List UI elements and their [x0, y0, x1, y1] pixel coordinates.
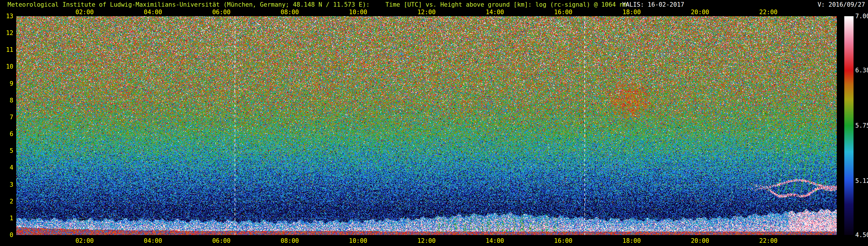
height-tick-label: 11 [2, 46, 13, 53]
time-tick-label: 04:00 [144, 9, 162, 16]
time-tick-label: 08:00 [281, 237, 299, 244]
colorbar [844, 16, 854, 235]
time-tick-label: 04:00 [144, 237, 162, 244]
time-tick-label: 02:00 [75, 237, 94, 244]
time-tick-label: 14:00 [486, 9, 504, 16]
time-tick-label: 10:00 [349, 237, 367, 244]
time-tick-label: 20:00 [691, 237, 709, 244]
colorbar-tick-label: 5.12 [855, 177, 868, 184]
lidar-heatmap-canvas [16, 16, 837, 235]
lidar-quicklook-page: { "header": { "institute": "Meteorologic… [0, 0, 868, 246]
time-tick-label: 10:00 [349, 9, 367, 16]
time-tick-label: 14:00 [486, 237, 504, 244]
colorbar-tick-label: 5.75 [855, 122, 868, 129]
height-tick-label: 0 [2, 232, 13, 239]
colorbar-tick-label: 7.00 [855, 13, 868, 20]
time-tick-label: 16:00 [554, 237, 572, 244]
time-tick-label: 02:00 [75, 9, 94, 16]
instrument-date-label: YALIS: 16-02-2017 [622, 1, 684, 8]
height-tick-label: 1 [2, 215, 13, 222]
height-tick-label: 6 [2, 130, 13, 137]
time-tick-label: 18:00 [622, 9, 641, 16]
time-tick-label: 08:00 [281, 9, 299, 16]
time-tick-label: 20:00 [691, 9, 709, 16]
height-tick-label: 12 [2, 30, 13, 36]
height-tick-label: 10 [2, 63, 13, 70]
colorbar-tick-label: 4.50 [855, 232, 868, 239]
plot-title: Time [UTC] vs. Height above ground [km]:… [385, 1, 627, 8]
height-tick-label: 9 [2, 80, 13, 87]
time-tick-label: 16:00 [554, 9, 572, 16]
height-tick-label: 3 [2, 181, 13, 188]
height-tick-label: 7 [2, 114, 13, 121]
time-tick-label: 06:00 [212, 237, 230, 244]
height-tick-label: 8 [2, 97, 13, 104]
height-tick-label: 5 [2, 147, 13, 154]
time-tick-label: 18:00 [622, 237, 641, 244]
time-tick-label: 12:00 [417, 9, 435, 16]
time-tick-label: 22:00 [759, 237, 777, 244]
height-tick-label: 2 [2, 198, 13, 205]
institute-title: Meteorological Institute of Ludwig-Maxim… [7, 1, 370, 8]
colorbar-tick-label: 6.38 [855, 67, 868, 74]
time-tick-label: 06:00 [212, 9, 230, 16]
time-tick-label: 22:00 [759, 9, 777, 16]
time-tick-label: 12:00 [417, 237, 435, 244]
height-tick-label: 4 [2, 164, 13, 171]
version-label: V: 2016/09/27 [818, 1, 865, 8]
height-tick-label: 13 [2, 13, 13, 20]
header-bar: Meteorological Institute of Ludwig-Maxim… [0, 0, 868, 9]
